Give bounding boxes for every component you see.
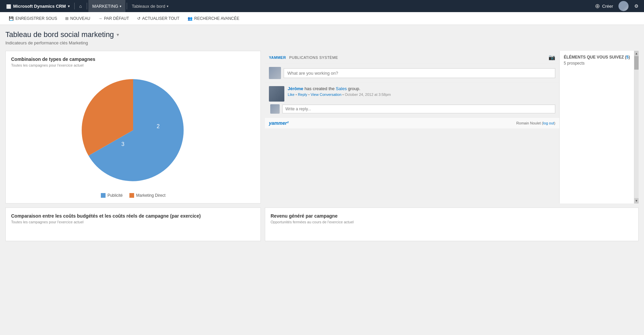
refresh-button[interactable]: ↺ ACTUALISER TOUT (134, 15, 183, 22)
home-icon: ⌂ (79, 4, 82, 9)
page-title-text: Tableau de bord social marketing (5, 30, 114, 39)
nav-divider-1 (74, 3, 75, 9)
save-label: ENREGISTRER SOUS (15, 16, 57, 21)
post-body: has created the Sales group. (305, 86, 360, 91)
bottom-grid: Comparaison entre les coûts budgétés et … (5, 208, 639, 241)
yammer-header: YAMMER PUBLICATIONS SYSTÈME 📷 (265, 51, 559, 64)
like-link[interactable]: Like (288, 92, 294, 97)
create-label: Créer (602, 4, 613, 9)
scroll-down-button[interactable]: ▼ (634, 198, 639, 203)
yammer-subtitle-label: PUBLICATIONS SYSTÈME (289, 55, 338, 60)
post-actions: Like • Reply • View Conversation • Octob… (288, 92, 555, 97)
post-text: has created the (305, 86, 336, 91)
search-label: RECHERCHE AVANCÉE (194, 16, 239, 21)
chart-title: Combinaison de types de campagnes (11, 57, 255, 62)
new-icon: ⊞ (65, 16, 69, 21)
right-panel: YAMMER PUBLICATIONS SYSTÈME 📷 (265, 51, 639, 203)
scrollbar[interactable]: ▲ ▼ (634, 51, 639, 203)
pie-legend: Publicité Marketing Direct (101, 193, 166, 198)
brand-button[interactable]: ▦ Microsoft Dynamics CRM ▾ (3, 0, 73, 12)
nav-divider-2 (87, 3, 87, 9)
save-button[interactable]: 💾 ENREGISTRER SOUS (5, 15, 61, 22)
toolbar: 💾 ENREGISTRER SOUS ⊞ NOUVEAU → PAR DÉFAU… (0, 12, 644, 25)
marketing-label: MARKETING (92, 4, 118, 9)
bottom-left-widget: Comparaison entre les coûts budgétés et … (5, 208, 261, 241)
top-navigation: ▦ Microsoft Dynamics CRM ▾ ⌂ MARKETING ▾… (0, 0, 644, 12)
pie-chart-svg: 3 2 (74, 71, 192, 189)
title-chevron: ▾ (117, 32, 119, 37)
reply-link[interactable]: Reply (298, 92, 307, 97)
page-content: Tableau de bord social marketing ▾ Indic… (0, 25, 644, 335)
pie-label-blue: 3 (121, 141, 124, 147)
page-title: Tableau de bord social marketing ▾ (5, 30, 639, 39)
refresh-label: ACTUALISER TOUT (142, 16, 179, 21)
yammer-reply-row (269, 104, 555, 114)
yammer-footer-user: Romain Noulet (log out) (516, 121, 555, 125)
new-button[interactable]: ⊞ NOUVEAU (62, 15, 93, 22)
dot-3: • (343, 92, 345, 97)
legend-item-blue: Publicité (101, 193, 123, 198)
breadcrumb: Tableaux de bord ▾ (128, 4, 172, 9)
footer-username: Romain Noulet (516, 121, 541, 125)
sidebar-title-text: ÉLÉMENTS QUE VOUS SUIVEZ ( (564, 55, 626, 60)
yammer-camera-icon[interactable]: 📷 (549, 54, 555, 61)
new-label: NOUVEAU (70, 16, 90, 21)
brand-label: Microsoft Dynamics CRM (13, 4, 66, 9)
create-button[interactable]: ⊕ Créer (592, 2, 616, 10)
right-sidebar: ÉLÉMENTS QUE VOUS SUIVEZ (5) 5 prospects (559, 51, 634, 203)
save-icon: 💾 (9, 16, 14, 21)
page-subtitle: Indicateurs de performance clés Marketin… (5, 40, 639, 45)
yammer-compose-input[interactable] (284, 68, 555, 78)
bottom-right-title: Revenu généré par campagne (271, 213, 633, 219)
yammer-post-header: Jérôme has created the Sales group. Like… (269, 86, 555, 102)
sidebar-count-link[interactable]: 5 (626, 55, 629, 60)
default-label: PAR DÉFAUT (104, 16, 129, 21)
user-avatar[interactable] (618, 1, 629, 11)
chart-subtitle: Toutes les campagnes pour l'exercice act… (11, 63, 255, 67)
bottom-right-widget: Revenu généré par campagne Opportunités … (265, 208, 639, 241)
pie-label-orange: 2 (157, 123, 160, 129)
legend-label-orange: Marketing Direct (136, 193, 165, 198)
yammer-section: YAMMER PUBLICATIONS SYSTÈME 📷 (265, 51, 559, 203)
yammer-footer-logo: yammer² (269, 120, 288, 126)
brand-chevron: ▾ (68, 4, 70, 8)
scroll-thumb[interactable] (634, 56, 639, 70)
legend-color-blue (101, 193, 106, 198)
settings-icon: ⚙ (634, 3, 639, 9)
view-conversation-link[interactable]: View Conversation (311, 92, 341, 97)
default-button[interactable]: → PAR DÉFAUT (95, 15, 132, 22)
legend-item-orange: Marketing Direct (129, 193, 165, 198)
bottom-left-subtitle: Toutes les campagnes pour l'exercice act… (11, 220, 255, 224)
plus-icon: ⊕ (595, 2, 600, 10)
post-suffix: group. (348, 86, 360, 91)
reply-avatar (270, 104, 280, 114)
search-icon: 👥 (188, 16, 193, 21)
advanced-search-button[interactable]: 👥 RECHERCHE AVANCÉE (184, 15, 243, 22)
nav-divider-3 (127, 3, 127, 9)
breadcrumb-chevron: ▾ (167, 4, 168, 8)
pie-chart-widget: Combinaison de types de campagnes Toutes… (5, 51, 261, 203)
home-button[interactable]: ⌂ (76, 0, 85, 12)
logout-link[interactable]: log out (543, 121, 554, 125)
sidebar-title: ÉLÉMENTS QUE VOUS SUIVEZ (5) (564, 55, 630, 60)
scroll-track[interactable] (634, 56, 639, 198)
yammer-reply-input[interactable] (282, 105, 555, 113)
compose-avatar (269, 67, 281, 79)
settings-button[interactable]: ⚙ (631, 1, 641, 11)
pie-container: 3 2 Publicité Marketing Direct (11, 71, 255, 198)
refresh-icon: ↺ (137, 16, 140, 21)
bottom-left-title: Comparaison entre les coûts budgétés et … (11, 213, 255, 219)
marketing-menu[interactable]: MARKETING ▾ (88, 0, 125, 12)
legend-label-blue: Publicité (108, 193, 123, 198)
post-avatar (269, 86, 284, 102)
yammer-footer: yammer² Romain Noulet (log out) (265, 117, 559, 128)
breadcrumb-label: Tableaux de bord (132, 4, 165, 9)
bottom-right-subtitle: Opportunités fermées au cours de l'exerc… (271, 220, 633, 224)
post-link[interactable]: Sales (336, 86, 347, 91)
scroll-up-button[interactable]: ▲ (634, 51, 639, 56)
yammer-header-title: YAMMER PUBLICATIONS SYSTÈME (269, 55, 338, 60)
post-author[interactable]: Jérôme (288, 86, 303, 91)
yammer-brand-label: YAMMER (269, 55, 286, 60)
nav-right-section: ⊕ Créer ⚙ (592, 1, 641, 11)
post-date: October 24, 2012 at 3:58pm (345, 92, 391, 97)
